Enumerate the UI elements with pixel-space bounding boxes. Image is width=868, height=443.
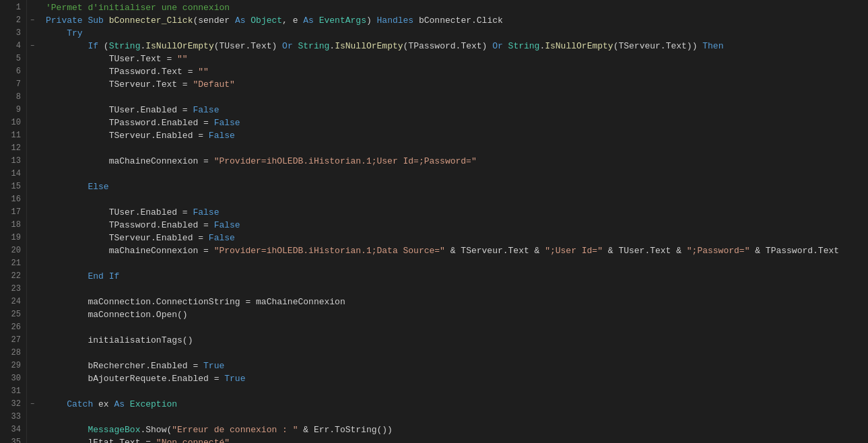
fold-marker — [27, 270, 38, 283]
code-line — [46, 411, 868, 423]
line-number: 4 — [3, 40, 21, 53]
code-line: End If — [46, 270, 868, 283]
line-number: 21 — [3, 257, 21, 270]
code-line: bAjouterRequete.Enabled = True — [46, 372, 868, 385]
code-line: bRechercher.Enabled = True — [46, 360, 868, 372]
fold-marker — [27, 27, 38, 40]
fold-marker — [27, 296, 38, 308]
fold-marker — [27, 193, 38, 206]
code-line: 'Permet d'initialiser une connexion — [46, 1, 868, 14]
fold-marker — [27, 1, 38, 14]
line-number: 18 — [3, 219, 21, 232]
code-line: TServeur.Enabled = False — [46, 232, 868, 244]
code-line: TUser.Enabled = False — [46, 104, 868, 116]
fold-marker — [27, 53, 38, 65]
line-number: 22 — [3, 270, 21, 283]
fold-marker — [27, 360, 38, 372]
line-number: 17 — [3, 206, 21, 219]
fold-marker — [27, 244, 38, 257]
code-line: TServeur.Enabled = False — [46, 129, 868, 142]
code-line — [46, 142, 868, 155]
code-line: Private Sub bConnecter_Click(sender As O… — [46, 14, 868, 27]
line-number: 10 — [3, 116, 21, 129]
code-line: Else — [46, 180, 868, 193]
line-number: 33 — [3, 411, 21, 423]
code-line — [46, 385, 868, 398]
fold-marker — [27, 385, 38, 398]
code-line — [46, 321, 868, 334]
line-number: 35 — [3, 436, 21, 443]
code-line — [46, 91, 868, 104]
line-number: 7 — [3, 78, 21, 91]
code-line: If (String.IsNullOrEmpty(TUser.Text) Or … — [46, 40, 868, 53]
line-number: 5 — [3, 53, 21, 65]
code-line: maConnection.Open() — [46, 308, 868, 321]
fold-marker — [27, 116, 38, 129]
line-number: 2 — [3, 14, 21, 27]
code-line — [46, 257, 868, 270]
fold-marker — [27, 91, 38, 104]
fold-marker — [27, 78, 38, 91]
fold-marker — [27, 423, 38, 436]
line-number: 25 — [3, 308, 21, 321]
line-number: 12 — [3, 142, 21, 155]
code-line: maChaineConnexion = "Provider=ihOLEDB.iH… — [46, 155, 868, 168]
fold-marker — [27, 347, 38, 360]
code-line: MessageBox.Show("Erreur de connexion : "… — [46, 423, 868, 436]
line-number: 13 — [3, 155, 21, 168]
code-line: initialisationTags() — [46, 334, 868, 347]
line-number: 26 — [3, 321, 21, 334]
fold-marker[interactable]: − — [27, 398, 38, 411]
fold-marker — [27, 334, 38, 347]
fold-marker — [27, 142, 38, 155]
code-content: 'Permet d'initialiser une connexionPriva… — [38, 0, 868, 443]
line-number: 31 — [3, 385, 21, 398]
fold-marker — [27, 321, 38, 334]
line-number: 27 — [3, 334, 21, 347]
code-line: TUser.Text = "" — [46, 53, 868, 65]
line-number: 30 — [3, 372, 21, 385]
line-number: 24 — [3, 296, 21, 308]
fold-marker — [27, 283, 38, 296]
fold-marker[interactable]: − — [27, 14, 38, 27]
code-editor[interactable]: 1234567891011121314151617181920212223242… — [0, 0, 868, 443]
code-line: Try — [46, 27, 868, 40]
code-line: TPassword.Enabled = False — [46, 116, 868, 129]
line-number: 32 — [3, 398, 21, 411]
line-number: 28 — [3, 347, 21, 360]
line-number: 15 — [3, 180, 21, 193]
line-number: 6 — [3, 65, 21, 78]
line-number: 11 — [3, 129, 21, 142]
line-number: 20 — [3, 244, 21, 257]
fold-marker — [27, 65, 38, 78]
fold-marker — [27, 129, 38, 142]
code-line: TUser.Enabled = False — [46, 206, 868, 219]
code-line — [46, 283, 868, 296]
code-line: TPassword.Enabled = False — [46, 219, 868, 232]
code-line — [46, 193, 868, 206]
line-number: 9 — [3, 104, 21, 116]
fold-marker — [27, 436, 38, 443]
code-line: Catch ex As Exception — [46, 398, 868, 411]
fold-marker — [27, 372, 38, 385]
fold-marker — [27, 411, 38, 423]
code-line: maConnection.ConnectionString = maChaine… — [46, 296, 868, 308]
line-number: 8 — [3, 91, 21, 104]
fold-marker — [27, 104, 38, 116]
fold-marker — [27, 219, 38, 232]
fold-marker[interactable]: − — [27, 40, 38, 53]
code-line: TPassword.Text = "" — [46, 65, 868, 78]
code-line — [46, 168, 868, 180]
fold-marker — [27, 206, 38, 219]
code-line: TServeur.Text = "Defaut" — [46, 78, 868, 91]
line-number: 16 — [3, 193, 21, 206]
fold-marker — [27, 180, 38, 193]
line-number: 3 — [3, 27, 21, 40]
line-number: 34 — [3, 423, 21, 436]
line-number: 23 — [3, 283, 21, 296]
fold-marker — [27, 308, 38, 321]
line-number: 14 — [3, 168, 21, 180]
fold-gutter: −−− — [27, 0, 38, 443]
fold-marker — [27, 168, 38, 180]
line-number: 19 — [3, 232, 21, 244]
